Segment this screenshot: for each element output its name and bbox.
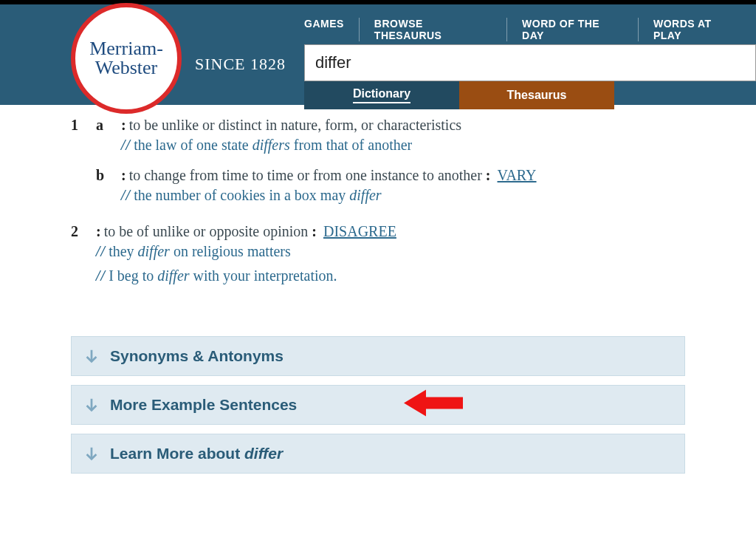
def-colon: : [96, 223, 104, 239]
example-sentence: //the law of one state differs from that… [121, 137, 685, 154]
example-sentence: //the number of cookies in a box may dif… [121, 187, 685, 204]
tab-thesaurus-label: Thesaurus [507, 89, 567, 102]
example-sentence: //they differ on religious matters [96, 243, 685, 260]
ex-em: differ [138, 243, 170, 259]
entry-content: 1 a :to be unlike or distinct in nature,… [0, 105, 756, 512]
ex-pre: the number of cookies in a box may [134, 187, 349, 203]
nav-words-play[interactable]: WORDS AT PLAY [639, 18, 756, 41]
top-nav: GAMES BROWSE THESAURUS WORD OF THE DAY W… [289, 18, 756, 41]
sense-row: b :to change from time to time or from o… [71, 167, 685, 204]
site-header: Merriam- Webster SINCE 1828 GAMES BROWSE… [0, 0, 756, 105]
expander-title: More Example Sentences [110, 396, 297, 414]
logo-line2: Webster [95, 58, 158, 78]
def-colon: : [121, 167, 129, 183]
ex-pre: the law of one state [134, 137, 252, 153]
nav-wotd[interactable]: WORD OF THE DAY [507, 18, 639, 41]
example-slash-icon: // [96, 243, 106, 259]
ex-pre: they [109, 243, 137, 259]
def-colon: : [312, 223, 323, 239]
tab-dictionary-label: Dictionary [353, 87, 410, 103]
sense-row: 1 a :to be unlike or distinct in nature,… [71, 117, 685, 154]
def-colon: : [121, 117, 129, 133]
arrow-down-icon [83, 397, 100, 413]
ex-post: with your interpretation. [190, 267, 337, 284]
synonym-link-vary[interactable]: VARY [498, 167, 537, 183]
definition-text: to be of unlike or opposite opinion [104, 223, 312, 239]
learn-pre: Learn More about [110, 445, 244, 462]
sense-number: 1 [71, 117, 96, 154]
expander-synonyms[interactable]: Synonyms & Antonyms [71, 336, 685, 376]
example-slash-icon: // [121, 187, 131, 203]
nav-browse-thes[interactable]: BROWSE THESAURUS [360, 18, 507, 41]
svg-marker-2 [404, 390, 463, 417]
expander-title: Synonyms & Antonyms [110, 347, 284, 365]
definition-text: to be unlike or distinct in nature, form… [129, 117, 461, 133]
definition-block: :to be unlike or distinct in nature, for… [121, 117, 685, 154]
learn-em: differ [244, 445, 283, 462]
synonym-link-disagree[interactable]: DISAGREE [323, 223, 396, 239]
tab-dictionary[interactable]: Dictionary [304, 81, 459, 109]
ex-em: differs [252, 137, 290, 153]
sense-letter: b [96, 167, 121, 204]
sense-row: 2 :to be of unlike or opposite opinion :… [71, 223, 685, 284]
ex-em: differ [349, 187, 381, 203]
definition-text: to change from time to time or from one … [129, 167, 486, 183]
example-sentence: //I beg to differ with your interpretati… [96, 267, 685, 284]
ex-post: on religious matters [170, 243, 291, 259]
logo-line1: Merriam- [89, 39, 163, 58]
example-slash-icon: // [121, 137, 131, 153]
expander-more-examples[interactable]: More Example Sentences [71, 385, 685, 425]
sense-number: 2 [71, 223, 96, 284]
ex-post: from that of another [290, 137, 413, 153]
search-input[interactable] [304, 44, 756, 81]
expander-title: Learn More about differ [110, 445, 283, 462]
sense-number [71, 167, 96, 204]
arrow-down-icon [83, 348, 100, 364]
red-arrow-annotation-icon [404, 387, 463, 423]
search-tabs: Dictionary Thesaurus [304, 81, 756, 109]
def-colon: : [486, 167, 498, 183]
since-text: SINCE 1828 [195, 55, 286, 74]
definition-block: :to change from time to time or from one… [121, 167, 685, 204]
sense-letter: a [96, 117, 121, 154]
definition-block: :to be of unlike or opposite opinion : D… [96, 223, 685, 284]
expander-learn-more[interactable]: Learn More about differ [71, 434, 685, 474]
arrow-down-icon [83, 445, 100, 462]
ex-pre: I beg to [109, 267, 157, 284]
nav-games[interactable]: GAMES [289, 18, 360, 41]
expanders-group: Synonyms & Antonyms More Example Sentenc… [71, 336, 685, 474]
mw-logo[interactable]: Merriam- Webster [71, 3, 182, 114]
ex-em: differ [157, 267, 189, 284]
tab-thesaurus[interactable]: Thesaurus [459, 81, 614, 109]
example-slash-icon: // [96, 267, 106, 284]
